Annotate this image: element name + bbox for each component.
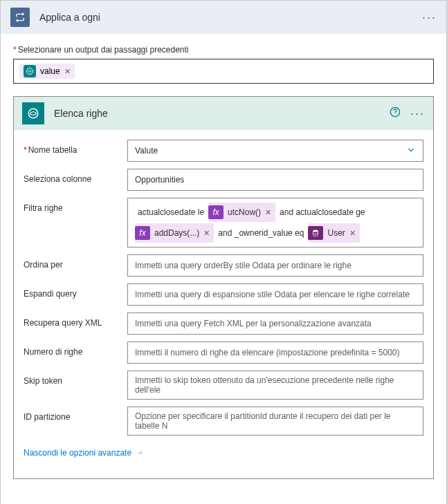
value-token[interactable]: value ✕: [19, 64, 75, 79]
order-by-label: Ordina per: [24, 254, 127, 270]
remove-token-icon[interactable]: ✕: [64, 67, 71, 76]
filter-text-1: actualclosedate le: [138, 204, 204, 221]
chevron-up-icon: [137, 449, 144, 456]
loop-icon: [10, 8, 30, 27]
skip-token-label: Skip token: [24, 371, 127, 386]
table-name-label: Nome tabella: [24, 140, 127, 155]
expand-query-label: Espandi query: [24, 283, 127, 299]
order-by-placeholder: Immetti una query orderBy stile Odata pe…: [135, 261, 352, 270]
help-icon[interactable]: [390, 106, 401, 120]
card-header[interactable]: Applica a ogni ···: [1, 1, 446, 34]
remove-token-icon[interactable]: ✕: [203, 225, 210, 241]
select-output-label: Selezionare un output dai passaggi prece…: [13, 45, 434, 55]
card-body: Selezionare un output dai passaggi prece…: [1, 34, 446, 504]
token-label: value: [40, 66, 60, 76]
order-by-input[interactable]: Immetti una query orderBy stile Odata pe…: [127, 254, 423, 277]
filter-rows-label: Filtra righe: [24, 198, 127, 213]
select-columns-value: Opportunities: [135, 175, 184, 185]
apply-to-each-card: Applica a ogni ··· Selezionare un output…: [0, 0, 447, 504]
adddays-token[interactable]: fx addDays(...) ✕: [135, 223, 214, 243]
remove-token-icon[interactable]: ✕: [349, 225, 356, 241]
row-count-label: Numero di righe: [24, 342, 127, 357]
inner-card-title: Elenca righe: [54, 108, 390, 119]
chevron-down-icon: [406, 145, 416, 157]
skip-token-placeholder: Immetti lo skip token ottenuto da un'ese…: [135, 375, 416, 395]
svg-point-3: [313, 230, 318, 232]
filter-rows-input[interactable]: actualclosedate le fx utcNow() ✕ and act…: [127, 198, 423, 248]
row-count-placeholder: Immetti il numero di righe da elencare (…: [135, 348, 400, 357]
fx-icon: fx: [135, 226, 150, 240]
partition-id-placeholder: Opzione per specificare il partitionId d…: [135, 411, 416, 431]
inner-card-header[interactable]: Elenca righe ···: [14, 97, 433, 130]
inner-more-menu-button[interactable]: ···: [410, 106, 425, 121]
table-name-value: Valute: [135, 146, 158, 156]
card-title: Applica a ogni: [39, 12, 422, 23]
partition-id-input[interactable]: Opzione per specificare il partitionId d…: [127, 407, 423, 436]
dataverse-icon: [24, 65, 36, 77]
utcnow-token[interactable]: fx utcNow() ✕: [208, 203, 275, 222]
row-count-input[interactable]: Immetti il numero di righe da elencare (…: [127, 342, 423, 364]
fx-icon: fx: [208, 205, 224, 219]
hide-advanced-link[interactable]: Nascondi le opzioni avanzate: [24, 442, 144, 472]
add-action-section: Aggiungi un'azione: [13, 479, 434, 504]
fetch-xml-label: Recupera query XML: [24, 312, 127, 328]
filter-text-2: and actualclosedate ge: [280, 204, 365, 221]
filter-text-3: and _ownerid_value eq: [218, 225, 304, 241]
remove-token-icon[interactable]: ✕: [265, 205, 271, 220]
select-columns-input[interactable]: Opportunities: [127, 169, 423, 191]
table-name-dropdown[interactable]: Valute: [127, 140, 423, 162]
svg-point-0: [27, 68, 33, 75]
select-output-input[interactable]: value ✕: [13, 59, 434, 84]
more-menu-button[interactable]: ···: [422, 10, 437, 25]
database-icon: [308, 226, 323, 240]
list-rows-card: Elenca righe ··· Nome tabella Valute: [13, 96, 434, 479]
select-columns-label: Seleziona colonne: [24, 169, 127, 184]
expand-query-input[interactable]: Immetti una query di espansione stile Od…: [127, 283, 423, 306]
expand-query-placeholder: Immetti una query di espansione stile Od…: [135, 290, 410, 299]
fetch-xml-placeholder: Immetti una query Fetch XML per la perso…: [135, 319, 372, 328]
fetch-xml-input[interactable]: Immetti una query Fetch XML per la perso…: [127, 312, 423, 335]
skip-token-input[interactable]: Immetti lo skip token ottenuto da un'ese…: [127, 371, 423, 400]
inner-card-body: Nome tabella Valute Seleziona colonne Op…: [14, 130, 433, 478]
user-token[interactable]: User ✕: [308, 223, 359, 243]
partition-id-label: ID partizione: [24, 407, 127, 422]
dataverse-logo-icon: [22, 102, 44, 124]
